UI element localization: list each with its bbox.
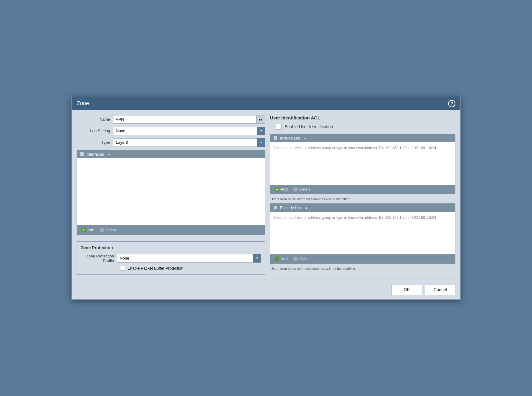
ok-button[interactable]: OK [392, 284, 422, 295]
exclude-list-title: Exclude List [280, 205, 301, 210]
interfaces-add-button[interactable]: + Add [80, 227, 95, 233]
interfaces-delete-label: Delete [106, 228, 117, 232]
exclude-list-panel: Exclude List ▲ Select an address or addr… [270, 203, 455, 264]
log-setting-select-wrap: None [113, 127, 265, 135]
exclude-list-sort-icon[interactable]: ▲ [305, 206, 308, 209]
enable-user-id-checkbox[interactable] [276, 124, 282, 129]
include-list-footer: + Add − Delete [270, 185, 455, 194]
enable-user-id-row: Enable User Identification [270, 124, 455, 129]
interfaces-add-label: Add [87, 228, 94, 232]
include-list-add-icon: + [275, 187, 279, 192]
log-setting-row: Log Setting None [77, 127, 265, 135]
dialog-header: Zone ? [72, 97, 460, 110]
interfaces-body [77, 158, 265, 225]
enable-user-id-label: Enable User Identification [285, 124, 333, 129]
packet-buffer-row: Enable Packet Buffer Protection [81, 266, 261, 271]
interfaces-footer: + Add − Delete [77, 225, 265, 235]
name-input[interactable] [113, 115, 256, 123]
exclude-list-add-icon: + [275, 257, 279, 261]
include-list-checkbox[interactable] [273, 136, 278, 140]
include-list-placeholder: Select an address or address group or ty… [273, 146, 436, 150]
exclude-list-header: Exclude List ▲ [270, 204, 455, 212]
packet-buffer-checkbox[interactable] [120, 266, 125, 271]
dialog-footer: OK Cancel [72, 280, 460, 299]
include-list-delete-button[interactable]: − Delete [292, 186, 312, 192]
interfaces-delete-icon: − [100, 228, 105, 232]
exclude-list-delete-button[interactable]: − Delete [292, 256, 312, 262]
interfaces-title: Interfaces [87, 152, 104, 157]
zone-protection-select-wrap: None [117, 254, 261, 263]
interfaces-delete-button[interactable]: − Delete [98, 227, 119, 233]
include-list-delete-icon: − [293, 187, 298, 192]
zone-protection-title: Zone Protection [81, 245, 261, 250]
interfaces-checkbox[interactable] [80, 152, 84, 156]
include-list-add-label: Add [281, 187, 288, 191]
name-label: Name [77, 117, 113, 122]
interfaces-sort-icon[interactable]: ▲ [108, 153, 111, 156]
dialog-body: Name ☷ Log Setting None Type [72, 110, 460, 280]
exclude-list-footer: + Add − Delete [270, 254, 455, 263]
type-row: Type Layer3 [77, 138, 265, 147]
help-icon[interactable]: ? [448, 100, 455, 107]
log-setting-select[interactable]: None [113, 127, 265, 135]
exclude-list-add-button[interactable]: + Add [273, 256, 289, 262]
name-input-wrap: ☷ [113, 115, 265, 124]
include-list-helper: Users from these addresses/subnets will … [270, 196, 455, 203]
exclude-list-body: Select an address or address group or ty… [270, 212, 455, 254]
zone-protection-profile-label: Zone Protection Profile [81, 254, 117, 263]
type-label: Type [77, 140, 113, 145]
dialog-title: Zone [77, 100, 89, 107]
interfaces-header: Interfaces ▲ [77, 150, 265, 158]
name-row: Name ☷ [77, 115, 265, 124]
zone-protection-profile-row: Zone Protection Profile None [81, 254, 261, 263]
right-panel: User Identification ACL Enable User Iden… [270, 115, 455, 275]
exclude-list-delete-label: Delete [299, 257, 311, 261]
exclude-list-add-label: Add [281, 257, 288, 261]
cancel-button[interactable]: Cancel [425, 284, 455, 295]
exclude-list-placeholder: Select an address or address group or ty… [273, 215, 436, 220]
name-icon-btn[interactable]: ☷ [256, 115, 265, 123]
include-list-panel: Include List ▲ Select an address or addr… [270, 134, 455, 194]
exclude-list-checkbox[interactable] [273, 205, 278, 210]
include-list-add-button[interactable]: + Add [273, 186, 289, 192]
left-panel: Name ☷ Log Setting None Type [77, 115, 265, 275]
exclude-list-delete-icon: − [293, 257, 298, 261]
zone-protection-section: Zone Protection Zone Protection Profile … [77, 241, 265, 275]
user-id-acl-title: User Identification ACL [270, 115, 455, 120]
zone-protection-select[interactable]: None [117, 254, 261, 263]
interfaces-add-icon: + [81, 228, 86, 232]
interfaces-panel: Interfaces ▲ + Add − Delete [77, 150, 265, 235]
include-list-sort-icon[interactable]: ▲ [304, 136, 307, 140]
include-list-delete-label: Delete [299, 187, 311, 191]
log-setting-label: Log Setting [77, 129, 113, 133]
type-select-wrap: Layer3 [113, 138, 265, 147]
include-list-body: Select an address or address group or ty… [270, 142, 455, 185]
include-list-header: Include List ▲ [270, 134, 455, 142]
packet-buffer-label: Enable Packet Buffer Protection [127, 266, 183, 270]
type-select[interactable]: Layer3 [113, 138, 265, 147]
include-list-title: Include List [280, 136, 300, 140]
zone-dialog: Zone ? Name ☷ Log Setting None [71, 97, 461, 300]
exclude-list-helper: Users from these addresses/subnets will … [270, 266, 455, 273]
